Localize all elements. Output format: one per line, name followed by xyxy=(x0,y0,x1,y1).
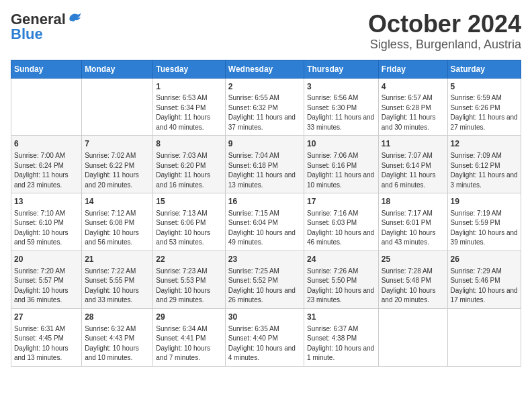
day-info: Sunrise: 6:53 AM Sunset: 6:34 PM Dayligh… xyxy=(156,93,222,132)
title-block: October 2024 Sigless, Burgenland, Austri… xyxy=(368,11,521,52)
calendar-week-row: 6Sunrise: 7:00 AM Sunset: 6:24 PM Daylig… xyxy=(11,136,521,193)
calendar-cell: 21Sunrise: 7:22 AM Sunset: 5:55 PM Dayli… xyxy=(82,250,153,308)
day-number: 6 xyxy=(14,138,79,150)
day-info: Sunrise: 7:03 AM Sunset: 6:20 PM Dayligh… xyxy=(156,151,222,190)
calendar-cell: 24Sunrise: 7:26 AM Sunset: 5:50 PM Dayli… xyxy=(304,250,379,308)
calendar-week-row: 1Sunrise: 6:53 AM Sunset: 6:34 PM Daylig… xyxy=(11,78,521,136)
day-info: Sunrise: 6:55 AM Sunset: 6:32 PM Dayligh… xyxy=(228,93,301,132)
day-number: 24 xyxy=(307,254,375,265)
day-number: 8 xyxy=(156,138,222,150)
calendar-cell: 12Sunrise: 7:09 AM Sunset: 6:12 PM Dayli… xyxy=(447,136,521,193)
day-number: 11 xyxy=(382,138,445,150)
calendar-cell: 20Sunrise: 7:20 AM Sunset: 5:57 PM Dayli… xyxy=(11,250,82,308)
weekday-header: Monday xyxy=(82,60,153,78)
day-info: Sunrise: 7:17 AM Sunset: 6:01 PM Dayligh… xyxy=(382,209,445,248)
day-info: Sunrise: 6:56 AM Sunset: 6:30 PM Dayligh… xyxy=(307,93,375,132)
day-info: Sunrise: 7:13 AM Sunset: 6:06 PM Dayligh… xyxy=(156,209,222,248)
day-number: 13 xyxy=(14,196,79,208)
weekday-header: Wednesday xyxy=(225,60,304,78)
day-number: 29 xyxy=(156,312,222,323)
calendar-cell: 30Sunrise: 6:35 AM Sunset: 4:40 PM Dayli… xyxy=(225,308,304,366)
calendar-cell xyxy=(378,308,447,366)
day-number: 17 xyxy=(307,196,375,208)
calendar-cell xyxy=(82,78,153,136)
logo: General Blue xyxy=(11,11,82,43)
weekday-header: Sunday xyxy=(11,60,82,78)
calendar-cell: 29Sunrise: 6:34 AM Sunset: 4:41 PM Dayli… xyxy=(153,308,225,366)
page-header: General Blue October 2024 Sigless, Burge… xyxy=(11,11,521,52)
day-info: Sunrise: 7:25 AM Sunset: 5:52 PM Dayligh… xyxy=(228,267,301,306)
day-info: Sunrise: 7:20 AM Sunset: 5:57 PM Dayligh… xyxy=(14,267,79,306)
day-info: Sunrise: 7:26 AM Sunset: 5:50 PM Dayligh… xyxy=(307,267,375,306)
day-info: Sunrise: 7:02 AM Sunset: 6:22 PM Dayligh… xyxy=(85,151,150,190)
calendar-cell: 28Sunrise: 6:32 AM Sunset: 4:43 PM Dayli… xyxy=(82,308,153,366)
day-number: 4 xyxy=(382,81,445,93)
day-number: 20 xyxy=(14,254,79,265)
day-number: 25 xyxy=(382,254,445,265)
calendar-cell: 27Sunrise: 6:31 AM Sunset: 4:45 PM Dayli… xyxy=(11,308,82,366)
calendar-cell: 4Sunrise: 6:57 AM Sunset: 6:28 PM Daylig… xyxy=(378,78,447,136)
day-number: 10 xyxy=(307,138,375,150)
calendar-cell: 26Sunrise: 7:29 AM Sunset: 5:46 PM Dayli… xyxy=(447,250,521,308)
day-info: Sunrise: 7:22 AM Sunset: 5:55 PM Dayligh… xyxy=(85,267,150,306)
day-number: 12 xyxy=(451,138,518,150)
day-number: 23 xyxy=(228,254,301,265)
calendar-cell: 15Sunrise: 7:13 AM Sunset: 6:06 PM Dayli… xyxy=(153,193,225,251)
day-info: Sunrise: 6:59 AM Sunset: 6:26 PM Dayligh… xyxy=(451,93,518,132)
calendar-cell xyxy=(447,308,521,366)
day-number: 3 xyxy=(307,81,375,93)
weekday-header: Thursday xyxy=(304,60,379,78)
calendar-cell: 7Sunrise: 7:02 AM Sunset: 6:22 PM Daylig… xyxy=(82,136,153,193)
calendar-cell: 16Sunrise: 7:15 AM Sunset: 6:04 PM Dayli… xyxy=(225,193,304,251)
day-number: 21 xyxy=(85,254,150,265)
calendar-cell: 8Sunrise: 7:03 AM Sunset: 6:20 PM Daylig… xyxy=(153,136,225,193)
day-info: Sunrise: 6:31 AM Sunset: 4:45 PM Dayligh… xyxy=(14,324,79,363)
calendar-week-row: 20Sunrise: 7:20 AM Sunset: 5:57 PM Dayli… xyxy=(11,250,521,308)
day-info: Sunrise: 6:34 AM Sunset: 4:41 PM Dayligh… xyxy=(156,324,222,363)
logo-bird-icon xyxy=(67,11,82,25)
day-info: Sunrise: 7:10 AM Sunset: 6:10 PM Dayligh… xyxy=(14,209,79,248)
day-info: Sunrise: 7:16 AM Sunset: 6:03 PM Dayligh… xyxy=(307,209,375,248)
day-info: Sunrise: 7:07 AM Sunset: 6:14 PM Dayligh… xyxy=(382,151,445,190)
day-number: 5 xyxy=(451,81,518,93)
day-number: 9 xyxy=(228,138,301,150)
calendar-cell xyxy=(11,78,82,136)
calendar-cell: 31Sunrise: 6:37 AM Sunset: 4:38 PM Dayli… xyxy=(304,308,379,366)
location-title: Sigless, Burgenland, Austria xyxy=(368,38,521,52)
calendar-cell: 13Sunrise: 7:10 AM Sunset: 6:10 PM Dayli… xyxy=(11,193,82,251)
month-title: October 2024 xyxy=(368,11,521,38)
weekday-header: Friday xyxy=(378,60,447,78)
day-info: Sunrise: 7:00 AM Sunset: 6:24 PM Dayligh… xyxy=(14,151,79,190)
day-number: 16 xyxy=(228,196,301,208)
calendar-cell: 17Sunrise: 7:16 AM Sunset: 6:03 PM Dayli… xyxy=(304,193,379,251)
day-info: Sunrise: 7:19 AM Sunset: 5:59 PM Dayligh… xyxy=(451,209,518,248)
calendar-cell: 11Sunrise: 7:07 AM Sunset: 6:14 PM Dayli… xyxy=(378,136,447,193)
day-number: 15 xyxy=(156,196,222,208)
day-number: 27 xyxy=(14,312,79,323)
day-info: Sunrise: 7:15 AM Sunset: 6:04 PM Dayligh… xyxy=(228,209,301,248)
day-info: Sunrise: 7:23 AM Sunset: 5:53 PM Dayligh… xyxy=(156,267,222,306)
day-info: Sunrise: 7:12 AM Sunset: 6:08 PM Dayligh… xyxy=(85,209,150,248)
day-info: Sunrise: 6:32 AM Sunset: 4:43 PM Dayligh… xyxy=(85,324,150,363)
calendar-table: SundayMondayTuesdayWednesdayThursdayFrid… xyxy=(11,60,521,367)
calendar-cell: 18Sunrise: 7:17 AM Sunset: 6:01 PM Dayli… xyxy=(378,193,447,251)
day-number: 30 xyxy=(228,312,301,323)
calendar-cell: 3Sunrise: 6:56 AM Sunset: 6:30 PM Daylig… xyxy=(304,78,379,136)
day-number: 1 xyxy=(156,81,222,93)
calendar-cell: 14Sunrise: 7:12 AM Sunset: 6:08 PM Dayli… xyxy=(82,193,153,251)
calendar-cell: 2Sunrise: 6:55 AM Sunset: 6:32 PM Daylig… xyxy=(225,78,304,136)
day-info: Sunrise: 6:57 AM Sunset: 6:28 PM Dayligh… xyxy=(382,93,445,132)
day-number: 18 xyxy=(382,196,445,208)
day-info: Sunrise: 7:28 AM Sunset: 5:48 PM Dayligh… xyxy=(382,267,445,306)
day-info: Sunrise: 6:37 AM Sunset: 4:38 PM Dayligh… xyxy=(307,324,375,363)
calendar-cell: 9Sunrise: 7:04 AM Sunset: 6:18 PM Daylig… xyxy=(225,136,304,193)
weekday-header: Tuesday xyxy=(153,60,225,78)
day-number: 26 xyxy=(451,254,518,265)
day-info: Sunrise: 7:29 AM Sunset: 5:46 PM Dayligh… xyxy=(451,267,518,306)
calendar-cell: 10Sunrise: 7:06 AM Sunset: 6:16 PM Dayli… xyxy=(304,136,379,193)
calendar-week-row: 27Sunrise: 6:31 AM Sunset: 4:45 PM Dayli… xyxy=(11,308,521,366)
logo-blue-text: Blue xyxy=(11,26,43,43)
calendar-cell: 19Sunrise: 7:19 AM Sunset: 5:59 PM Dayli… xyxy=(447,193,521,251)
calendar-cell: 1Sunrise: 6:53 AM Sunset: 6:34 PM Daylig… xyxy=(153,78,225,136)
calendar-cell: 25Sunrise: 7:28 AM Sunset: 5:48 PM Dayli… xyxy=(378,250,447,308)
